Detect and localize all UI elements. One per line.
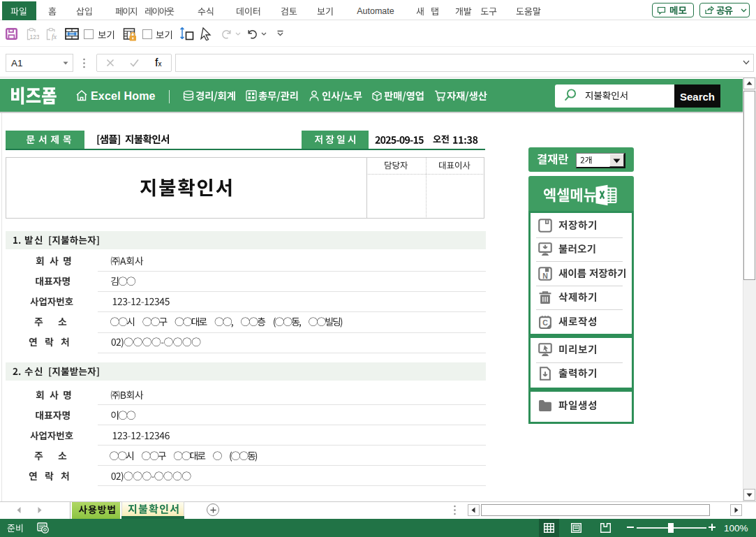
svg-text:C: C (542, 318, 548, 327)
svg-text:123: 123 (30, 34, 40, 41)
svg-text:N: N (542, 272, 548, 280)
svg-text:fx: fx (52, 33, 57, 41)
